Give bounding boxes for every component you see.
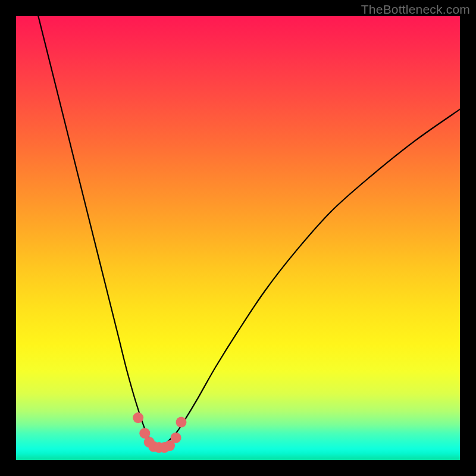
watermark-text: TheBottleneck.com [361,2,470,17]
curve-svg [16,16,460,460]
highlight-dot [133,412,143,423]
bottleneck-curve-path [38,16,460,447]
highlight-dot [171,433,181,443]
plot-area [16,16,460,460]
highlight-dots-group [133,412,186,453]
chart-frame: TheBottleneck.com [0,0,476,476]
highlight-dot [176,417,187,428]
